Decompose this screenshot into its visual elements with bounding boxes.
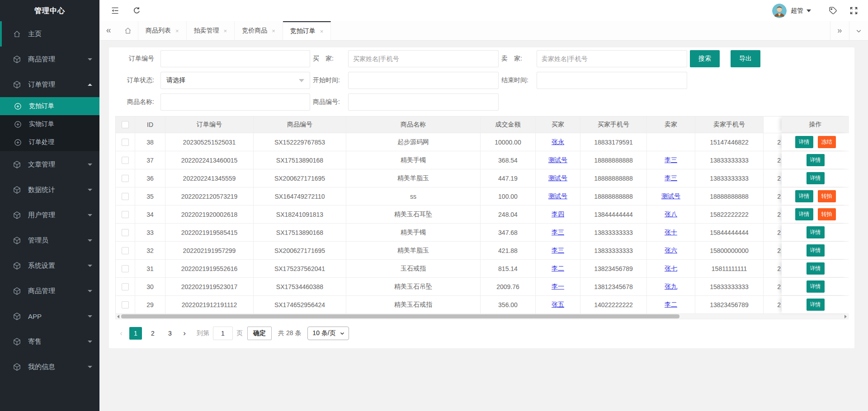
order-status-select[interactable]: 请选择	[160, 72, 310, 89]
freeze-button[interactable]: 冻结	[818, 136, 836, 148]
cell-buyer_phone: 18888888888	[580, 169, 647, 187]
user-menu[interactable]: 超管	[772, 4, 811, 18]
seller-link[interactable]: 李二	[665, 301, 677, 309]
detail-button[interactable]: 详情	[807, 226, 825, 238]
page-button-3[interactable]: 3	[164, 327, 176, 340]
scroll-left-arrow-icon[interactable]	[117, 315, 119, 318]
row-checkbox[interactable]	[122, 301, 129, 308]
cell-seller_phone: 15147446822	[695, 133, 764, 151]
row-checkbox[interactable]	[122, 229, 129, 236]
buyer-link[interactable]: 李二	[552, 265, 564, 273]
scroll-right-arrow-icon[interactable]	[844, 315, 847, 318]
row-checkbox[interactable]	[122, 193, 129, 200]
next-page-button[interactable]: ›	[179, 329, 190, 338]
tabs-scroll-left-icon[interactable]	[99, 21, 118, 40]
resell-button[interactable]: 转拍	[818, 190, 836, 202]
buyer-input[interactable]	[348, 50, 499, 67]
sidebar-item-文章管理[interactable]: 文章管理	[0, 152, 99, 177]
row-checkbox[interactable]	[122, 175, 129, 182]
sidebar-item-商品管理[interactable]: 商品管理	[0, 278, 99, 304]
tab-商品列表[interactable]: 商品列表×	[138, 21, 187, 40]
search-button[interactable]: 搜索	[690, 50, 720, 67]
sidebar-item-寄售[interactable]: 寄售	[0, 329, 99, 354]
detail-button[interactable]: 详情	[795, 190, 813, 202]
goto-page-input[interactable]	[213, 327, 233, 340]
seller-link[interactable]: 李三	[665, 174, 677, 182]
sidebar-item-我的信息[interactable]: 我的信息	[0, 354, 99, 379]
buyer-link[interactable]: 李四	[552, 210, 564, 219]
seller-link[interactable]: 张九	[665, 283, 677, 291]
sidebar-item-主页[interactable]: 主页	[0, 21, 99, 47]
select-all-checkbox[interactable]	[122, 121, 129, 128]
buyer-link[interactable]: 李一	[552, 283, 564, 291]
tag-icon[interactable]	[828, 6, 838, 16]
sidebar-item-系统设置[interactable]: 系统设置	[0, 253, 99, 278]
tab-home[interactable]	[118, 21, 138, 40]
product-no-input[interactable]	[348, 93, 499, 111]
detail-button[interactable]: 详情	[807, 280, 825, 293]
detail-button[interactable]: 详情	[807, 299, 825, 311]
page-button-1[interactable]: 1	[129, 327, 142, 340]
seller-input[interactable]	[537, 50, 687, 67]
sidebar-item-竞拍订单[interactable]: 竞拍订单	[0, 97, 99, 115]
export-button[interactable]: 导出	[731, 50, 760, 67]
buyer-link[interactable]: 测试号	[548, 174, 567, 182]
row-checkbox[interactable]	[122, 283, 129, 290]
fullscreen-icon[interactable]	[849, 6, 859, 16]
row-checkbox[interactable]	[122, 139, 129, 146]
page-button-2[interactable]: 2	[146, 327, 159, 340]
close-tab-icon[interactable]: ×	[272, 28, 275, 34]
buyer-link[interactable]: 李三	[552, 247, 564, 255]
scrollbar-thumb[interactable]	[121, 314, 679, 318]
detail-button[interactable]: 详情	[795, 208, 813, 220]
sidebar-item-用户管理[interactable]: 用户管理	[0, 202, 99, 228]
row-checkbox[interactable]	[122, 265, 129, 272]
sidebar-item-实物订单[interactable]: 实物订单	[0, 115, 99, 133]
row-checkbox[interactable]	[122, 157, 129, 164]
tab-拍卖管理[interactable]: 拍卖管理×	[187, 21, 235, 40]
close-tab-icon[interactable]: ×	[320, 28, 324, 35]
product-name-input[interactable]	[160, 93, 310, 111]
horizontal-scrollbar[interactable]	[115, 314, 849, 319]
detail-button[interactable]: 详情	[807, 244, 825, 257]
sidebar-item-订单处理[interactable]: 订单处理	[0, 133, 99, 151]
sidebar-item-订单管理[interactable]: 订单管理	[0, 72, 99, 97]
detail-button[interactable]: 详情	[807, 154, 825, 166]
prev-page-button[interactable]: ‹	[115, 329, 127, 338]
seller-link[interactable]: 张七	[665, 265, 677, 273]
sidebar-item-商品管理[interactable]: 商品管理	[0, 47, 99, 72]
seller-link[interactable]: 张十	[665, 229, 677, 237]
tabs-menu-icon[interactable]	[849, 21, 868, 40]
buyer-link[interactable]: 李三	[552, 229, 564, 237]
buyer-link[interactable]: 测试号	[548, 156, 567, 164]
seller-link[interactable]: 张六	[665, 247, 677, 255]
buyer-link[interactable]: 张永	[552, 138, 564, 146]
page-size-select[interactable]: 10 条/页	[307, 327, 349, 340]
tabs-scroll-right-icon[interactable]	[830, 21, 849, 40]
seller-link[interactable]: 测试号	[661, 192, 680, 201]
sidebar-item-管理员[interactable]: 管理员	[0, 228, 99, 253]
end-time-input[interactable]	[537, 72, 687, 89]
close-tab-icon[interactable]: ×	[224, 28, 227, 34]
resell-button[interactable]: 转拍	[818, 208, 836, 220]
detail-button[interactable]: 详情	[807, 262, 825, 275]
order-no-input[interactable]	[160, 50, 310, 67]
row-checkbox[interactable]	[122, 247, 129, 254]
seller-link[interactable]: 张八	[665, 210, 677, 219]
refresh-icon[interactable]	[132, 6, 142, 16]
close-tab-icon[interactable]: ×	[175, 28, 179, 34]
tab-竞价商品[interactable]: 竞价商品×	[235, 21, 283, 40]
collapse-sidebar-icon[interactable]	[110, 6, 120, 16]
sidebar-item-APP[interactable]: APP	[0, 304, 99, 329]
detail-button[interactable]: 详情	[807, 172, 825, 184]
start-time-input[interactable]	[348, 72, 499, 89]
buyer-link[interactable]: 张五	[552, 301, 564, 309]
detail-button[interactable]: 详情	[795, 136, 813, 148]
sidebar-item-数据统计[interactable]: 数据统计	[0, 177, 99, 202]
tab-竞拍订单[interactable]: 竞拍订单×	[283, 21, 331, 40]
chevron-down-icon	[88, 290, 92, 292]
row-checkbox[interactable]	[122, 211, 129, 218]
buyer-link[interactable]: 测试号	[548, 192, 567, 201]
confirm-page-button[interactable]: 确定	[247, 327, 272, 340]
seller-link[interactable]: 李三	[665, 156, 677, 164]
